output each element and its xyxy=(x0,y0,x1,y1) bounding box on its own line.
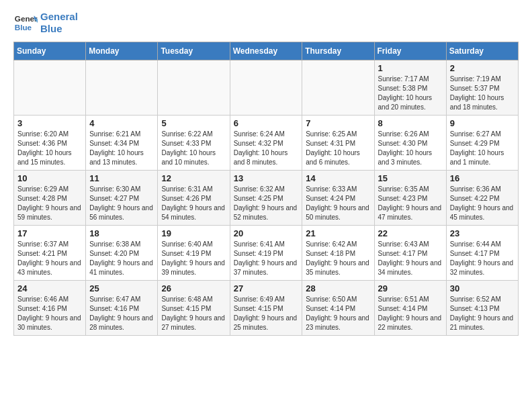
day-number: 11 xyxy=(89,173,154,183)
calendar-cell: 9Sunrise: 6:27 AM Sunset: 4:29 PM Daylig… xyxy=(446,116,518,171)
calendar-cell: 1Sunrise: 7:17 AM Sunset: 5:38 PM Daylig… xyxy=(374,60,446,116)
logo-icon: General Blue xyxy=(13,11,38,35)
calendar-header-row: SundayMondayTuesdayWednesdayThursdayFrid… xyxy=(14,42,519,60)
day-detail: Sunrise: 6:30 AM Sunset: 4:27 PM Dayligh… xyxy=(89,185,154,222)
calendar-cell: 24Sunrise: 6:46 AM Sunset: 4:16 PM Dayli… xyxy=(14,281,86,336)
day-number: 13 xyxy=(234,173,299,183)
day-number: 26 xyxy=(161,283,226,293)
day-number: 25 xyxy=(89,283,154,293)
day-detail: Sunrise: 6:44 AM Sunset: 4:17 PM Dayligh… xyxy=(450,240,515,277)
day-number: 10 xyxy=(17,173,82,183)
weekday-header: Friday xyxy=(374,42,446,60)
day-number: 8 xyxy=(378,118,443,128)
weekday-header: Tuesday xyxy=(158,42,230,60)
day-detail: Sunrise: 6:22 AM Sunset: 4:33 PM Dayligh… xyxy=(161,130,226,167)
day-number: 20 xyxy=(234,228,299,238)
calendar-week-row: 1Sunrise: 7:17 AM Sunset: 5:38 PM Daylig… xyxy=(14,60,519,116)
weekday-header: Monday xyxy=(86,42,158,60)
day-detail: Sunrise: 6:33 AM Sunset: 4:24 PM Dayligh… xyxy=(306,185,370,222)
day-number: 24 xyxy=(17,283,82,293)
day-detail: Sunrise: 6:35 AM Sunset: 4:23 PM Dayligh… xyxy=(378,185,443,222)
calendar-cell: 20Sunrise: 6:41 AM Sunset: 4:19 PM Dayli… xyxy=(230,226,302,281)
day-number: 12 xyxy=(161,173,226,183)
day-number: 22 xyxy=(378,228,443,238)
day-detail: Sunrise: 6:51 AM Sunset: 4:14 PM Dayligh… xyxy=(378,295,443,332)
calendar-cell: 8Sunrise: 6:26 AM Sunset: 4:30 PM Daylig… xyxy=(374,116,446,171)
calendar-cell: 11Sunrise: 6:30 AM Sunset: 4:27 PM Dayli… xyxy=(86,171,158,226)
day-number: 1 xyxy=(378,63,443,73)
calendar-cell: 10Sunrise: 6:29 AM Sunset: 4:28 PM Dayli… xyxy=(14,171,86,226)
day-detail: Sunrise: 6:47 AM Sunset: 4:16 PM Dayligh… xyxy=(89,295,154,332)
day-number: 6 xyxy=(234,118,299,128)
calendar-cell: 16Sunrise: 6:36 AM Sunset: 4:22 PM Dayli… xyxy=(446,171,518,226)
day-detail: Sunrise: 6:46 AM Sunset: 4:16 PM Dayligh… xyxy=(17,295,82,332)
day-number: 14 xyxy=(306,173,370,183)
day-number: 27 xyxy=(234,283,299,293)
calendar-cell: 30Sunrise: 6:52 AM Sunset: 4:13 PM Dayli… xyxy=(446,281,518,336)
day-detail: Sunrise: 6:29 AM Sunset: 4:28 PM Dayligh… xyxy=(17,185,82,222)
day-detail: Sunrise: 6:52 AM Sunset: 4:13 PM Dayligh… xyxy=(450,295,515,332)
logo-text: GeneralBlue xyxy=(40,11,78,35)
day-detail: Sunrise: 6:38 AM Sunset: 4:20 PM Dayligh… xyxy=(89,240,154,277)
weekday-header: Wednesday xyxy=(230,42,302,60)
calendar-cell: 7Sunrise: 6:25 AM Sunset: 4:31 PM Daylig… xyxy=(302,116,374,171)
day-detail: Sunrise: 7:19 AM Sunset: 5:37 PM Dayligh… xyxy=(450,75,515,112)
day-detail: Sunrise: 6:27 AM Sunset: 4:29 PM Dayligh… xyxy=(450,130,515,167)
calendar-cell: 26Sunrise: 6:48 AM Sunset: 4:15 PM Dayli… xyxy=(158,281,230,336)
calendar-table: SundayMondayTuesdayWednesdayThursdayFrid… xyxy=(13,42,519,336)
calendar-week-row: 10Sunrise: 6:29 AM Sunset: 4:28 PM Dayli… xyxy=(14,171,519,226)
calendar-cell: 5Sunrise: 6:22 AM Sunset: 4:33 PM Daylig… xyxy=(158,116,230,171)
day-number: 2 xyxy=(450,63,515,73)
day-detail: Sunrise: 6:50 AM Sunset: 4:14 PM Dayligh… xyxy=(306,295,370,332)
calendar-cell: 22Sunrise: 6:43 AM Sunset: 4:17 PM Dayli… xyxy=(374,226,446,281)
weekday-header: Sunday xyxy=(14,42,86,60)
calendar-cell: 12Sunrise: 6:31 AM Sunset: 4:26 PM Dayli… xyxy=(158,171,230,226)
weekday-header: Saturday xyxy=(446,42,518,60)
calendar-cell: 27Sunrise: 6:49 AM Sunset: 4:15 PM Dayli… xyxy=(230,281,302,336)
calendar-cell: 17Sunrise: 6:37 AM Sunset: 4:21 PM Dayli… xyxy=(14,226,86,281)
calendar-cell: 13Sunrise: 6:32 AM Sunset: 4:25 PM Dayli… xyxy=(230,171,302,226)
logo: General Blue GeneralBlue xyxy=(13,11,78,35)
calendar-week-row: 17Sunrise: 6:37 AM Sunset: 4:21 PM Dayli… xyxy=(14,226,519,281)
day-detail: Sunrise: 6:40 AM Sunset: 4:19 PM Dayligh… xyxy=(161,240,226,277)
svg-text:Blue: Blue xyxy=(15,23,32,32)
day-number: 17 xyxy=(17,228,82,238)
day-number: 5 xyxy=(161,118,226,128)
day-number: 29 xyxy=(378,283,443,293)
calendar-cell: 14Sunrise: 6:33 AM Sunset: 4:24 PM Dayli… xyxy=(302,171,374,226)
day-detail: Sunrise: 6:49 AM Sunset: 4:15 PM Dayligh… xyxy=(234,295,299,332)
day-number: 7 xyxy=(306,118,370,128)
day-number: 16 xyxy=(450,173,515,183)
calendar-cell: 28Sunrise: 6:50 AM Sunset: 4:14 PM Dayli… xyxy=(302,281,374,336)
calendar-cell: 21Sunrise: 6:42 AM Sunset: 4:18 PM Dayli… xyxy=(302,226,374,281)
day-number: 23 xyxy=(450,228,515,238)
day-detail: Sunrise: 6:48 AM Sunset: 4:15 PM Dayligh… xyxy=(161,295,226,332)
day-detail: Sunrise: 6:21 AM Sunset: 4:34 PM Dayligh… xyxy=(89,130,154,167)
calendar-cell xyxy=(14,60,86,116)
calendar-cell xyxy=(230,60,302,116)
day-number: 19 xyxy=(161,228,226,238)
day-detail: Sunrise: 6:37 AM Sunset: 4:21 PM Dayligh… xyxy=(17,240,82,277)
day-number: 4 xyxy=(89,118,154,128)
day-detail: Sunrise: 6:31 AM Sunset: 4:26 PM Dayligh… xyxy=(161,185,226,222)
calendar-cell: 3Sunrise: 6:20 AM Sunset: 4:36 PM Daylig… xyxy=(14,116,86,171)
day-number: 9 xyxy=(450,118,515,128)
weekday-header: Thursday xyxy=(302,42,374,60)
calendar-cell: 25Sunrise: 6:47 AM Sunset: 4:16 PM Dayli… xyxy=(86,281,158,336)
calendar-cell: 6Sunrise: 6:24 AM Sunset: 4:32 PM Daylig… xyxy=(230,116,302,171)
day-detail: Sunrise: 6:25 AM Sunset: 4:31 PM Dayligh… xyxy=(306,130,370,167)
calendar-cell xyxy=(158,60,230,116)
day-number: 18 xyxy=(89,228,154,238)
day-detail: Sunrise: 6:26 AM Sunset: 4:30 PM Dayligh… xyxy=(378,130,443,167)
day-number: 30 xyxy=(450,283,515,293)
calendar-cell: 4Sunrise: 6:21 AM Sunset: 4:34 PM Daylig… xyxy=(86,116,158,171)
calendar-cell xyxy=(302,60,374,116)
day-detail: Sunrise: 6:41 AM Sunset: 4:19 PM Dayligh… xyxy=(234,240,299,277)
day-number: 28 xyxy=(306,283,370,293)
day-detail: Sunrise: 7:17 AM Sunset: 5:38 PM Dayligh… xyxy=(378,75,443,112)
day-number: 3 xyxy=(17,118,82,128)
day-detail: Sunrise: 6:32 AM Sunset: 4:25 PM Dayligh… xyxy=(234,185,299,222)
day-detail: Sunrise: 6:43 AM Sunset: 4:17 PM Dayligh… xyxy=(378,240,443,277)
calendar-cell: 18Sunrise: 6:38 AM Sunset: 4:20 PM Dayli… xyxy=(86,226,158,281)
calendar-week-row: 3Sunrise: 6:20 AM Sunset: 4:36 PM Daylig… xyxy=(14,116,519,171)
